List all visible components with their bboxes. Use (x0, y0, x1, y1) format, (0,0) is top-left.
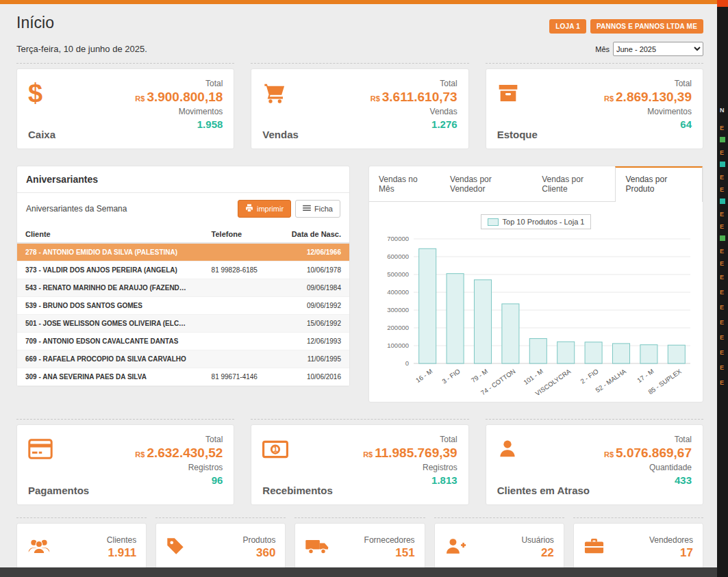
page-title: Início (16, 14, 54, 32)
counter-label: Produtos (242, 535, 275, 545)
table-row[interactable]: 539 - BRUNO DOS SANTOS GOMES 09/06/1992 (17, 297, 349, 315)
cell-telefone (203, 333, 283, 350)
aniversariantes-subtitle: Aniversariantes da Semana (26, 204, 127, 214)
svg-text:79 - M: 79 - M (469, 368, 488, 385)
recebimentos-card: 1 Recebimentos Total R$11.985.769,39 Reg… (251, 424, 468, 505)
side-strip-mark: E (720, 349, 724, 356)
svg-text:101 - M: 101 - M (522, 368, 544, 387)
svg-text:400000: 400000 (387, 288, 409, 296)
table-row[interactable]: 669 - RAFAELA PROCOPIO DA SILVA CARVALHO… (17, 350, 349, 368)
side-strip-mark: E (720, 379, 724, 386)
stat-card-title: Pagamentos (28, 485, 89, 496)
tab-vendas-por-cliente[interactable]: Vendas por Cliente (532, 166, 615, 201)
print-button[interactable]: imprimir (238, 200, 291, 218)
print-button-label: imprimir (257, 205, 284, 213)
credit-card-icon (28, 435, 89, 463)
company-badge[interactable]: PANNOS E PANNOS LTDA ME (590, 19, 703, 34)
side-strip-mark: E (720, 274, 724, 281)
stat-left: Estoque (497, 79, 538, 140)
table-row[interactable]: 543 - RENATO MARINHO DE ARAUJO (FAZEND… … (17, 279, 349, 297)
count-value: 64 (604, 118, 692, 130)
ficha-button[interactable]: Ficha (295, 200, 340, 218)
table-row[interactable]: 373 - VALDIR DOS ANJOS PEREIRA (ANGELA) … (17, 261, 349, 279)
banknote-icon: 1 (262, 435, 333, 463)
cell-data-nasc: 10/06/1978 (283, 261, 349, 279)
header-badges: LOJA 1 PANNOS E PANNOS LTDA ME (549, 19, 703, 34)
counter-text: Fornecedores 151 (364, 535, 415, 560)
counter-value: 22 (521, 546, 553, 560)
counter-text: Produtos 360 (242, 535, 275, 560)
table-row[interactable]: 278 - ANTONIO EMIDIO DA SILVA (PALESTINA… (17, 243, 349, 261)
count-value: 433 (604, 474, 692, 486)
cell-data-nasc: 09/06/1992 (283, 297, 349, 315)
legend-swatch (488, 218, 499, 226)
stat-card-title: Vendas (262, 129, 299, 140)
total-label: Total (363, 435, 457, 444)
cell-telefone (203, 243, 283, 261)
stat-right: Total R$3.611.610,73 Vendas 1.276 (371, 79, 457, 140)
count-value: 1.958 (135, 118, 223, 130)
side-strip-mark: N (720, 107, 725, 114)
cell-cliente: 278 - ANTONIO EMIDIO DA SILVA (PALESTINA… (17, 243, 203, 261)
counter-value: 17 (649, 546, 693, 560)
stat-left: Clientes em Atraso (497, 435, 590, 496)
total-label: Total (604, 435, 692, 444)
tab-vendas-no-mes[interactable]: Vendas no Mês (369, 166, 440, 201)
aniversariantes-card: Aniversariantes Aniversariantes da Seman… (16, 166, 350, 387)
cell-cliente: 373 - VALDIR DOS ANJOS PEREIRA (ANGELA) (17, 261, 203, 279)
counter-text: Vendedores 17 (649, 535, 693, 560)
printer-icon (245, 204, 253, 214)
side-window-strip: NEEEEEEEEEEEEEEEE (717, 0, 728, 577)
total-value: R$2.869.130,39 (604, 90, 692, 105)
total-value: R$2.632.430,52 (135, 446, 223, 461)
stat-left: 1 Recebimentos (262, 435, 333, 496)
svg-text:17 - M: 17 - M (636, 368, 655, 385)
stat-col: $ Caixa Total R$3.900.800,18 Movimentos … (16, 63, 234, 149)
stats-row-1: $ Caixa Total R$3.900.800,18 Movimentos … (16, 63, 703, 149)
svg-text:300000: 300000 (387, 306, 409, 313)
count-value: 96 (135, 474, 223, 486)
counter-value: 1.911 (107, 546, 136, 560)
svg-text:700000: 700000 (387, 235, 409, 242)
table-row[interactable]: 501 - JOSE WELISSON GOMES OLIVEIRA (ELC…… (17, 315, 349, 333)
cell-telefone: 81 99671-4146 (203, 368, 283, 386)
cell-telefone: 81 99828-6185 (203, 261, 283, 279)
pagamentos-card: Pagamentos Total R$2.632.430,52 Registro… (16, 424, 234, 505)
cell-telefone (203, 297, 283, 315)
stat-col: 1 Recebimentos Total R$11.985.769,39 Reg… (251, 419, 468, 505)
tab-vendas-por-produto[interactable]: Vendas por Produto (615, 166, 703, 202)
cell-telefone (203, 350, 283, 368)
date-row: Terça-feira, 10 de junho de 2025. Mês Ju… (16, 42, 703, 56)
cell-data-nasc: 12/06/1993 (283, 333, 349, 350)
cell-cliente: 501 - JOSE WELISSON GOMES OLIVEIRA (ELC… (17, 315, 203, 333)
ficha-button-label: Ficha (314, 205, 333, 213)
side-strip-mark (717, 0, 728, 7)
table-row[interactable]: 309 - ANA SEVERINA PAES DA SILVA 81 9967… (17, 368, 349, 386)
total-value: R$3.900.800,18 (135, 90, 223, 105)
dashboard-page: Início LOJA 1 PANNOS E PANNOS LTDA ME Te… (0, 4, 717, 567)
count-label: Movimentos (135, 107, 223, 116)
aniversariantes-toolbar: Aniversariantes da Semana imprimir Ficha (17, 193, 349, 226)
cell-cliente: 539 - BRUNO DOS SANTOS GOMES (17, 297, 203, 315)
stat-col: Pagamentos Total R$2.632.430,52 Registro… (16, 419, 234, 505)
sales-tabs: Vendas no Mês Vendas por Vendedor Vendas… (369, 166, 703, 202)
list-icon (303, 205, 311, 213)
table-row[interactable]: 709 - ANTONIO EDSON CAVALCANTE DANTAS 12… (17, 333, 349, 350)
produtos-counter-card: Produtos 360 (155, 523, 286, 572)
tab-vendas-por-vendedor[interactable]: Vendas por Vendedor (440, 166, 532, 201)
total-label: Total (135, 435, 223, 444)
chart-legend: Top 10 Produtos - Loja 1 (375, 214, 697, 229)
birthdays-table-header: Cliente Telefone Data de Nasc. (17, 226, 349, 243)
total-label: Total (135, 79, 223, 88)
current-date-text: Terça-feira, 10 de junho de 2025. (16, 44, 147, 54)
side-strip-mark: E (720, 248, 724, 255)
counter-label: Vendedores (649, 535, 693, 545)
stat-right: Total R$2.869.130,39 Movimentos 64 (604, 79, 692, 140)
side-strip-mark: E (720, 319, 724, 326)
month-select[interactable]: June - 2025 (613, 42, 703, 56)
fornecedores-counter-card: Fornecedores 151 (294, 523, 425, 572)
side-strip-mark: E (720, 125, 724, 131)
cart-icon (262, 79, 299, 107)
stat-right: Total R$11.985.769,39 Registros 1.813 (363, 435, 457, 496)
store-badge[interactable]: LOJA 1 (549, 19, 586, 34)
